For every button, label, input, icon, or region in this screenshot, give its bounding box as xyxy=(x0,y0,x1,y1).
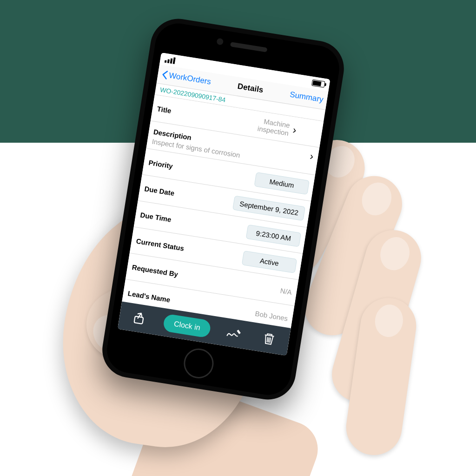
signal-icon xyxy=(165,56,176,64)
status-label: Current Status xyxy=(136,237,185,252)
priority-chip[interactable]: Medium xyxy=(254,172,310,195)
requested-by-value: N/A xyxy=(280,286,292,296)
summary-button[interactable]: Summary xyxy=(289,90,324,105)
chevron-left-icon xyxy=(161,70,169,80)
clock-in-button[interactable]: Clock in xyxy=(163,313,212,338)
due-time-label: Due Time xyxy=(140,211,172,223)
phone-device: WorkOrders Details Summary WO-2022090909… xyxy=(99,15,348,403)
requested-by-label: Requested By xyxy=(132,263,178,278)
due-date-label: Due Date xyxy=(144,185,175,197)
chevron-right-icon: › xyxy=(292,124,297,137)
signature-icon xyxy=(225,325,243,342)
title-label: Title xyxy=(157,105,172,115)
lead-label: Lead's Name xyxy=(127,289,171,304)
trash-icon xyxy=(261,331,276,347)
battery-icon xyxy=(311,79,325,88)
lead-value: Bob Jones xyxy=(255,309,289,322)
share-button[interactable] xyxy=(128,307,151,330)
due-time-chip[interactable]: 9:23:00 AM xyxy=(246,224,301,247)
back-label: WorkOrders xyxy=(168,71,212,86)
photo-stage: WorkOrders Details Summary WO-2022090909… xyxy=(0,0,476,476)
priority-label: Priority xyxy=(148,158,174,170)
title-value: Machine inspection xyxy=(250,115,291,137)
details-list: Title Machine inspection › Description ›… xyxy=(122,95,324,328)
back-button[interactable]: WorkOrders xyxy=(161,70,212,87)
status-chip[interactable]: Active xyxy=(242,251,297,273)
delete-button[interactable] xyxy=(257,327,280,350)
sign-button[interactable] xyxy=(223,322,246,345)
share-icon xyxy=(132,311,147,326)
due-date-chip[interactable]: September 9, 2022 xyxy=(233,195,306,221)
page-title: Details xyxy=(237,82,264,95)
chevron-right-icon: › xyxy=(309,150,314,163)
